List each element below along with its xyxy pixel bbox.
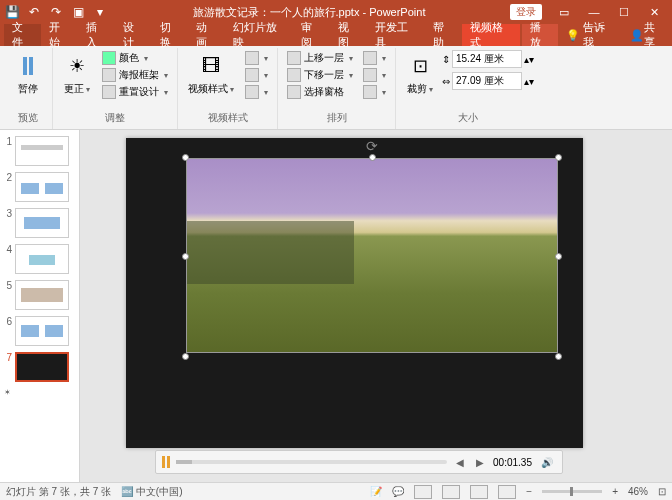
poster-frame-button[interactable]: 海报框架 [99,67,171,83]
tab-home[interactable]: 开始 [41,24,78,46]
tab-developer[interactable]: 开发工具 [367,24,425,46]
playbar-pause-button[interactable] [162,456,170,468]
undo-icon[interactable]: ↶ [26,4,42,20]
effects-button[interactable] [242,84,271,100]
thumb-num-1: 1 [2,136,12,147]
group-size: ⊡ 裁剪 ⇕ 15.24 厘米 ▴▾ ⇔ 27.09 厘米 ▴▾ 大小 [396,48,540,129]
selection-pane-button[interactable]: 选择窗格 [284,84,356,100]
border-button[interactable] [242,67,271,83]
reset-icon [102,85,116,99]
slide-count: 幻灯片 第 7 张，共 7 张 [6,485,111,499]
reset-design-button[interactable]: 重置设计 [99,84,171,100]
ribbon: 暂停 预览 ☀ 更正 颜色 海报框架 重置设计 调整 🎞 视频样式 [0,46,672,130]
resize-handle[interactable] [182,154,189,161]
tab-video-format[interactable]: 视频格式 [462,24,520,46]
tab-insert[interactable]: 插入 [78,24,115,46]
poster-label: 海报框架 [119,68,159,82]
pause-button[interactable]: 暂停 [10,50,46,98]
align-button[interactable] [360,50,389,66]
tab-view[interactable]: 视图 [330,24,367,46]
video-styles-button[interactable]: 🎞 视频样式 [184,50,238,98]
rotate-button[interactable] [360,84,389,100]
group-arrange: 上移一层 下移一层 选择窗格 排列 [278,48,396,129]
crop-icon: ⊡ [406,52,434,80]
tab-slideshow[interactable]: 幻灯片放映 [225,24,293,46]
send-backward-button[interactable]: 下移一层 [284,67,356,83]
comments-button[interactable]: 💬 [392,486,404,497]
reading-view-button[interactable] [470,485,488,499]
slide-canvas[interactable]: ⟳ ◀ ▶ 00:01.35 🔊 [80,130,672,482]
ribbon-options-icon[interactable]: ▭ [550,0,578,24]
width-icon: ⇔ [442,76,450,87]
fit-window-button[interactable]: ⊡ [658,486,666,497]
tab-transitions[interactable]: 切换 [152,24,189,46]
thumbnail-1[interactable] [15,136,69,166]
resize-handle[interactable] [182,253,189,260]
resize-handle[interactable] [182,353,189,360]
prev-frame-button[interactable]: ◀ [453,457,467,468]
color-button[interactable]: 颜色 [99,50,171,66]
normal-view-button[interactable] [414,485,432,499]
rotate-handle-icon[interactable]: ⟳ [366,138,378,154]
group-preview: 暂停 预览 [4,48,53,129]
notes-button[interactable]: 📝 [370,486,382,497]
zoom-level[interactable]: 46% [628,486,648,497]
resize-handle[interactable] [369,154,376,161]
thumbnail-7[interactable] [15,352,69,382]
thumb-num-7: 7 [2,352,12,363]
corrections-button[interactable]: ☀ 更正 [59,50,95,98]
crop-button[interactable]: ⊡ 裁剪 [402,50,438,98]
group-styles-label: 视频样式 [208,111,248,127]
quick-access-toolbar: 💾 ↶ ↷ ▣ ▾ [4,4,108,20]
group-size-label: 大小 [458,111,478,127]
tab-review[interactable]: 审阅 [293,24,330,46]
video-styles-label: 视频样式 [188,82,234,96]
tab-design[interactable]: 设计 [115,24,152,46]
width-input[interactable]: 27.09 厘米 [452,72,522,90]
resize-handle[interactable] [555,253,562,260]
volume-button[interactable]: 🔊 [538,457,556,468]
save-icon[interactable]: 💾 [4,4,20,20]
redo-icon[interactable]: ↷ [48,4,64,20]
current-slide: ⟳ [126,138,583,448]
tab-play[interactable]: 播放 [522,24,559,46]
spinner-icon[interactable]: ▴▾ [524,76,534,87]
backward-icon [287,68,301,82]
zoom-slider[interactable] [542,490,602,493]
share-label: 共享 [644,20,664,50]
pause-icon [23,57,33,75]
resize-handle[interactable] [555,353,562,360]
slideshow-icon[interactable]: ▣ [70,4,86,20]
language-indicator[interactable]: 🔤 中文(中国) [121,485,182,499]
tab-help[interactable]: 帮助 [425,24,462,46]
group-adjust: ☀ 更正 颜色 海报框架 重置设计 调整 [53,48,178,129]
sorter-view-button[interactable] [442,485,460,499]
thumbnail-2[interactable] [15,172,69,202]
login-button[interactable]: 登录 [510,4,542,20]
thumbnail-4[interactable] [15,244,69,274]
qat-more-icon[interactable]: ▾ [92,4,108,20]
tab-file[interactable]: 文件 [4,24,41,46]
resize-handle[interactable] [555,154,562,161]
zoom-out-button[interactable]: − [526,486,532,497]
group-objects-button[interactable] [360,67,389,83]
thumbnail-5[interactable] [15,280,69,310]
maximize-icon[interactable]: ☐ [610,0,638,24]
share-button[interactable]: 👤 共享 [622,24,672,46]
height-input[interactable]: 15.24 厘米 [452,50,522,68]
tell-me[interactable]: 💡告诉我 [558,24,621,46]
slideshow-view-button[interactable] [498,485,516,499]
spinner-icon[interactable]: ▴▾ [524,54,534,65]
thumbnail-6[interactable] [15,316,69,346]
selected-video[interactable]: ⟳ [186,158,558,408]
tab-animations[interactable]: 动画 [188,24,225,46]
shape-button[interactable] [242,50,271,66]
thumbnail-3[interactable] [15,208,69,238]
zoom-in-button[interactable]: + [612,486,618,497]
thumb-num-6: 6 [2,316,12,327]
playbar-track[interactable] [176,460,447,464]
pause-label: 暂停 [18,82,38,96]
group-icon [363,68,377,82]
next-frame-button[interactable]: ▶ [473,457,487,468]
bring-forward-button[interactable]: 上移一层 [284,50,356,66]
